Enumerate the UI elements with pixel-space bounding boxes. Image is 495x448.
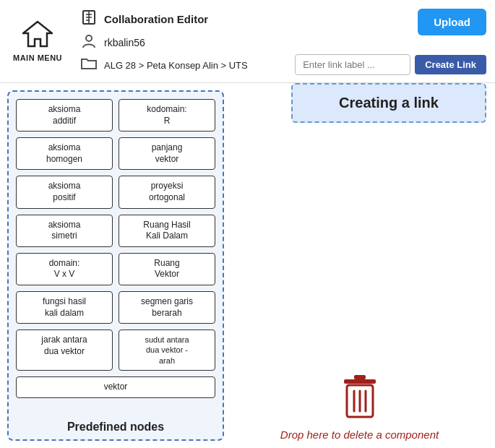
node-fungsi-hasil-kali-dalam[interactable]: fungsi hasilkali dalam <box>16 291 113 324</box>
main-content: aksiomaadditif kodomain:R aksiomahomogen… <box>0 83 495 448</box>
node-aksioma-simetri[interactable]: aksiomasimetri <box>16 215 113 247</box>
main-menu[interactable]: MAIN MENU <box>9 20 66 62</box>
link-create-area: Create Link <box>295 54 486 75</box>
create-link-button[interactable]: Create Link <box>415 55 486 74</box>
node-ruang-vektor[interactable]: RuangVektor <box>119 253 215 285</box>
nodes-grid: aksiomaadditif kodomain:R aksiomahomogen… <box>16 99 215 398</box>
book-icon <box>81 9 97 29</box>
delete-zone-label: Drop here to delete a component <box>280 428 439 441</box>
node-aksioma-homogen[interactable]: aksiomahomogen <box>16 137 113 170</box>
svg-rect-7 <box>344 379 376 384</box>
creating-link-banner: Creating a link <box>291 83 486 123</box>
upload-button[interactable]: Upload <box>418 9 486 35</box>
node-aksioma-additif[interactable]: aksiomaadditif <box>16 99 113 132</box>
main-menu-label: MAIN MENU <box>13 53 62 62</box>
nodes-panel-label: Predefined nodes <box>9 421 223 434</box>
node-kodomain-r[interactable]: kodomain:R <box>119 99 215 132</box>
node-segmen-garis-berarah[interactable]: segmen garisberarah <box>119 291 215 324</box>
user-icon <box>81 33 97 53</box>
nodes-panel: aksiomaadditif kodomain:R aksiomahomogen… <box>7 90 224 441</box>
user-row: rkbalin56 <box>81 33 486 53</box>
svg-rect-8 <box>354 375 366 379</box>
home-icon <box>22 20 53 52</box>
svg-point-6 <box>86 35 92 41</box>
node-jarak-antara-dua-vektor[interactable]: jarak antaradua vektor <box>16 329 113 371</box>
username-text: rkbalin56 <box>104 37 145 48</box>
node-domain-vxv[interactable]: domain:V x V <box>16 253 113 285</box>
editor-title: Collaboration Editor <box>104 13 208 25</box>
breadcrumb: ALG 28 > Peta Konsep Alin > UTS <box>104 60 248 71</box>
node-proyeksi-ortogonal[interactable]: proyeksiortogonal <box>119 176 215 208</box>
node-ruang-hasil-kali-dalam[interactable]: Ruang HasilKali Dalam <box>119 215 215 247</box>
link-label-input[interactable] <box>295 54 410 75</box>
node-sudut-antara-dua-vektor[interactable]: sudut antaradua vektor -arah <box>119 329 215 371</box>
node-panjang-vektor[interactable]: panjangvektor <box>119 137 215 170</box>
node-aksioma-positif[interactable]: aksiomapositif <box>16 176 113 208</box>
trash-icon <box>338 372 382 423</box>
node-vektor[interactable]: vektor <box>16 376 215 398</box>
svg-marker-0 <box>23 22 52 46</box>
folder-icon <box>81 57 97 74</box>
delete-zone[interactable]: Drop here to delete a component <box>231 372 488 441</box>
